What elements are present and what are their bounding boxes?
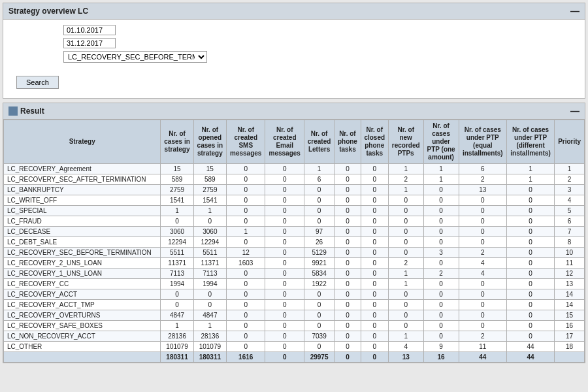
table-cell: 101079: [193, 342, 226, 352]
table-cell: 0: [265, 185, 304, 195]
table-cell: 0: [506, 269, 554, 279]
date-from-row: [11, 25, 577, 35]
table-row: LC_RECOVERY_1_UNS_LOAN711371130058340012…: [4, 269, 585, 279]
table-cell: 0: [193, 289, 226, 300]
table-cell: 11371: [193, 258, 226, 269]
table-cell: 1: [193, 206, 226, 216]
col-created-sms: Nr. ofcreatedSMSmessages: [226, 120, 265, 164]
table-cell: 28136: [193, 331, 226, 342]
table-cell: 0: [226, 331, 265, 342]
table-cell: 1: [506, 174, 554, 185]
table-cell: 1: [388, 269, 423, 279]
col-closed-phone: Nr. ofclosedphonetasks: [361, 120, 388, 164]
table-cell: 29975: [304, 352, 334, 363]
table-cell: 0: [361, 321, 388, 331]
table-cell: 0: [423, 185, 459, 195]
table-cell: 44: [506, 342, 554, 352]
table-cell: 3: [555, 185, 585, 195]
col-phone-tasks: Nr. ofphonetasks: [335, 120, 361, 164]
table-cell: 1: [304, 164, 334, 174]
table-cell: 26: [304, 237, 334, 248]
table-cell: 0: [506, 195, 554, 206]
table-cell: 0: [361, 248, 388, 258]
table-cell: 7113: [161, 269, 193, 279]
table-cell: 0: [361, 300, 388, 310]
table-row: LC_DEBT_SALE122941229400260000008: [4, 237, 585, 248]
col-cases-ptp-equal: Nr. of casesunder PTP(equalinstallments): [459, 120, 506, 164]
table-cell: 0: [361, 216, 388, 227]
table-cell: 12: [226, 248, 265, 258]
table-cell: 10: [555, 248, 585, 258]
table-cell: 0: [361, 289, 388, 300]
date-to-row: [11, 38, 577, 48]
table-cell: 0: [265, 289, 304, 300]
table-cell: 1541: [161, 195, 193, 206]
table-cell: 0: [265, 342, 304, 352]
table-cell: 0: [161, 289, 193, 300]
table-cell: 0: [506, 248, 554, 258]
table-cell: 0: [265, 174, 304, 185]
table-cell: 0: [459, 195, 506, 206]
date-to-input[interactable]: [63, 38, 116, 48]
table-cell: 0: [388, 310, 423, 321]
col-new-ptps: Nr. ofnewrecordedPTPs: [388, 120, 423, 164]
date-from-input[interactable]: [63, 25, 116, 35]
table-cell: [4, 352, 161, 363]
collapse-button[interactable]: —: [570, 6, 580, 16]
table-cell: 0: [388, 227, 423, 237]
table-cell: 1: [161, 321, 193, 331]
table-cell: 0: [265, 216, 304, 227]
table-cell: 0: [161, 300, 193, 310]
table-cell: 0: [423, 237, 459, 248]
search-button[interactable]: Search: [16, 76, 59, 89]
table-row: LC_RECOVERY_SAFE_BOXES1100000000016: [4, 321, 585, 331]
table-cell: 0: [265, 310, 304, 321]
table-cell: 0: [304, 185, 334, 195]
table-cell: 0: [459, 216, 506, 227]
table-cell: 0: [361, 279, 388, 289]
table-row: LC_OTHER1010791010790000049114418: [4, 342, 585, 352]
table-cell: 0: [335, 269, 361, 279]
table-cell: 1922: [304, 279, 334, 289]
table-cell: 9921: [304, 258, 334, 269]
table-cell: 1: [388, 331, 423, 342]
table-cell: 2: [388, 258, 423, 269]
table-cell: 0: [423, 258, 459, 269]
table-cell: 0: [335, 174, 361, 185]
main-container: Strategy overview LC — LC_RECOVERY_SEC_B…: [0, 0, 588, 366]
table-cell: 0: [506, 206, 554, 216]
strategy-select[interactable]: LC_RECOVERY_SEC_BEFORE_TERMINATION: [63, 51, 207, 63]
table-cell: 1541: [193, 195, 226, 206]
table-cell: 3060: [193, 227, 226, 237]
table-cell: 0: [423, 289, 459, 300]
table-cell: 12294: [193, 237, 226, 248]
table-cell: 0: [226, 206, 265, 216]
table-cell: 15: [555, 310, 585, 321]
table-cell: 1616: [226, 352, 265, 363]
result-table: Strategy Nr. ofcases instrategy Nr. ofop…: [3, 120, 585, 363]
table-cell: 4847: [193, 310, 226, 321]
table-cell: 0: [361, 195, 388, 206]
table-cell: 0: [304, 195, 334, 206]
result-header: Result —: [3, 103, 585, 120]
table-cell: 0: [265, 321, 304, 331]
table-cell: 2: [459, 331, 506, 342]
table-cell: 18: [555, 342, 585, 352]
table-cell: 1: [161, 206, 193, 216]
table-cell: 0: [459, 300, 506, 310]
table-cell: 0: [506, 227, 554, 237]
result-collapse-button[interactable]: —: [570, 106, 580, 116]
table-cell: 7113: [193, 269, 226, 279]
table-cell: 0: [459, 289, 506, 300]
table-cell: 0: [161, 216, 193, 227]
table-cell: 8: [555, 237, 585, 248]
result-title: Result: [20, 106, 44, 116]
panel-header: Strategy overview LC —: [3, 3, 585, 20]
table-cell: LC_RECOVERY_ACCT: [4, 289, 161, 300]
table-cell: 0: [361, 352, 388, 363]
table-cell: 14: [555, 300, 585, 310]
table-cell: 0: [226, 216, 265, 227]
table-cell: LC_RECOVERY_Agreement: [4, 164, 161, 174]
table-row: 18031118031116160299750013164444: [4, 352, 585, 363]
table-cell: 0: [459, 237, 506, 248]
